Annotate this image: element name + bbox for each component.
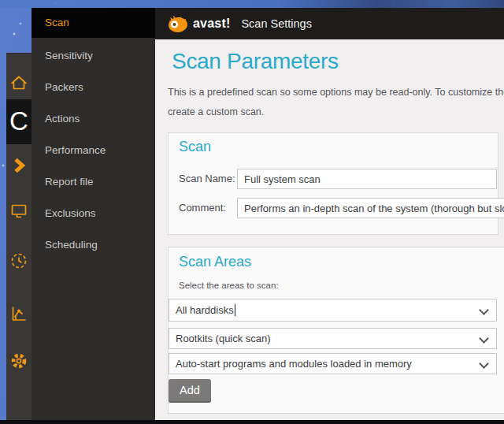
scan-area-dropdown-2[interactable]: Rootkits (quick scan) <box>169 328 497 349</box>
scan-name-label: Scan Name: <box>179 173 235 184</box>
sidebar-item-label: Scan <box>45 17 69 28</box>
desktop-top-strip <box>0 0 504 8</box>
sidebar-item-packers[interactable]: Packers <box>32 72 155 103</box>
comment-label: Comment: <box>179 202 226 214</box>
home-icon[interactable] <box>9 73 29 93</box>
brand-text: avast! <box>193 17 230 31</box>
titlebar: avast! Scan Settings <box>155 8 504 39</box>
settings-sidebar: Scan Sensitivity Packers Actions Perform… <box>32 8 155 420</box>
sidebar-item-scan[interactable]: Scan <box>32 8 155 38</box>
monitor-icon[interactable] <box>9 201 29 221</box>
window-title: Scan Settings <box>241 17 311 30</box>
chevron-down-icon <box>479 305 489 315</box>
window-bottom-edge <box>0 420 504 424</box>
sidebar-item-report-file[interactable]: Report file <box>32 166 155 198</box>
scan-name-input[interactable] <box>237 169 497 189</box>
main-content: Scan Parameters This is a predefined sca… <box>155 39 504 420</box>
select-areas-label: Select the areas to scan: <box>179 281 279 290</box>
scan-area-dropdown-3[interactable]: Auto-start programs and modules loaded i… <box>169 353 497 374</box>
scan-area-dropdown-1[interactable]: All harddisks <box>169 299 497 322</box>
chevron-right-icon[interactable] <box>9 155 29 176</box>
text-caret <box>235 304 235 316</box>
gear-icon[interactable] <box>9 351 29 371</box>
nav-rail: C <box>6 53 32 420</box>
sidebar-item-scheduling[interactable]: Scheduling <box>32 229 155 261</box>
sidebar-menu: Sensitivity Packers Actions Performance … <box>32 38 155 261</box>
clock-icon[interactable] <box>9 251 29 271</box>
avast-logo-icon <box>166 13 190 35</box>
chevron-down-icon <box>479 333 489 344</box>
scan-section-heading: Scan <box>179 139 211 155</box>
sidebar-item-performance[interactable]: Performance <box>32 135 155 166</box>
page-title: Scan Parameters <box>172 49 339 74</box>
chevron-down-icon <box>479 359 489 369</box>
rail-selected-tile[interactable]: C <box>6 99 32 144</box>
dropdown-value: Rootkits (quick scan) <box>176 333 271 344</box>
scan-areas-heading: Scan Areas <box>179 254 251 270</box>
dropdown-value: Auto-start programs and modules loaded i… <box>176 358 412 370</box>
sidebar-item-sensitivity[interactable]: Sensitivity <box>32 40 155 72</box>
comment-input[interactable] <box>237 198 504 218</box>
sidebar-item-actions[interactable]: Actions <box>32 103 155 135</box>
scan-c-icon: C <box>9 106 28 136</box>
stats-icon[interactable] <box>9 303 29 324</box>
add-button[interactable]: Add <box>169 379 211 403</box>
intro-text-line2: create a custom scan. <box>168 106 264 117</box>
dropdown-value: All harddisks <box>176 304 234 316</box>
intro-text-line1: This is a predefined scan so some option… <box>168 87 504 98</box>
sidebar-item-exclusions[interactable]: Exclusions <box>32 198 155 229</box>
